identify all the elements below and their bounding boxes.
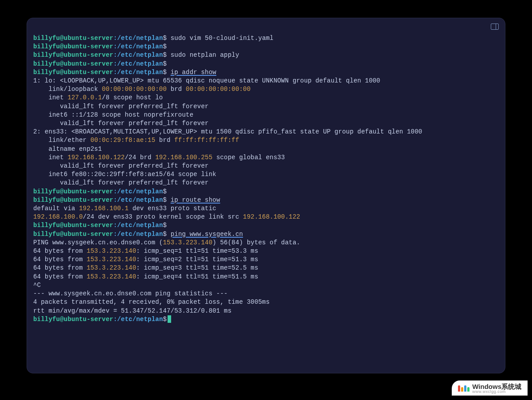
watermark-url: www.wxclgg.com	[472, 390, 521, 394]
terminal-output[interactable]: billyfu@ubuntu-server:/etc/netplan$ sudo…	[27, 18, 505, 373]
command-3: ip addr show	[171, 69, 216, 76]
ctrl-c: ^C	[33, 281, 499, 290]
watermark: Windows系统城 www.wxclgg.com	[452, 380, 528, 396]
ip-address: 127.0.0.1	[67, 94, 102, 101]
mac-address: 00:00:00:00:00:00	[102, 86, 167, 93]
terminal-window[interactable]: billyfu@ubuntu-server:/etc/netplan$ sudo…	[27, 18, 505, 373]
panel-toggle-icon[interactable]	[491, 24, 499, 30]
cursor-icon	[168, 315, 171, 323]
output-ens-header: 2: ens33: <BROADCAST,MULTICAST,UP,LOWER_…	[33, 128, 499, 136]
command-2: sudo netplan apply	[171, 51, 239, 59]
prompt-user: billyfu	[33, 35, 60, 42]
command-1: sudo vim 50-cloud-init.yaml	[171, 35, 274, 42]
watermark-logo-icon	[458, 385, 469, 392]
prompt-path: /etc/netplan	[117, 35, 163, 42]
output-lo-header: 1: lo: <LOOPBACK,UP,LOWER_UP> mtu 65536 …	[33, 77, 499, 85]
watermark-title: Windows系统城	[472, 383, 521, 390]
command-4: ip route show	[171, 196, 220, 204]
command-5: ping www.sysgeek.cn	[171, 231, 243, 238]
window-controls	[491, 24, 499, 30]
